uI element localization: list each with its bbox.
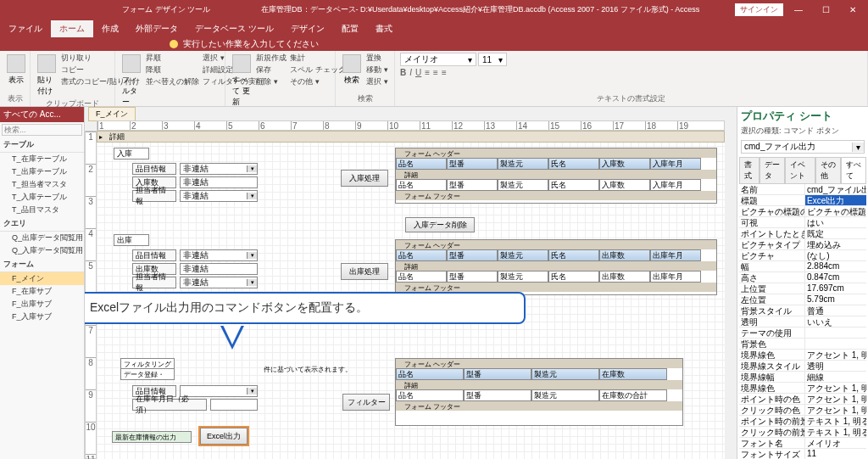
prop-row[interactable]: ポイント時の前景色テキスト 1, 明るめ 25% [739, 416, 866, 427]
combo-staff-out[interactable]: 非連結▾ [180, 277, 258, 288]
form-tab[interactable]: F_メイン [88, 107, 136, 121]
nav-item[interactable]: T_担当者マスタ [0, 178, 84, 191]
prop-tab[interactable]: その他 [815, 157, 841, 183]
ribbon-item[interactable]: 並べ替えの解除 [146, 76, 199, 87]
prop-row[interactable]: 幅2.884cm [739, 261, 866, 272]
nav-item[interactable]: F_出庫サブ [0, 298, 84, 311]
ribbon-item[interactable]: 削除 ▾ [256, 76, 287, 87]
detail-section-header[interactable]: 詳細 [97, 131, 725, 143]
btn-inbound-del[interactable]: 入庫データ削除 [405, 217, 475, 232]
tab-2[interactable]: 作成 [93, 20, 127, 37]
prop-row[interactable]: フォントサイズ11 [739, 449, 866, 459]
ribbon-item[interactable]: 新規作成 [256, 53, 287, 64]
tab-5[interactable]: デザイン [282, 20, 333, 37]
nav-group[interactable]: テーブル [0, 137, 84, 153]
underline-button[interactable]: U [415, 68, 421, 77]
combo-staff-in[interactable]: 非連結▾ [180, 190, 258, 202]
nav-item[interactable]: T_出庫テーブル [0, 165, 84, 178]
btn-inbound-proc[interactable]: 入庫処理 [341, 170, 388, 187]
subform-inbound[interactable]: フォーム ヘッダー 品名型番製造元氏名入庫数入庫年月 詳細 品名型番製造元氏名入… [395, 148, 717, 204]
ribbon-item[interactable]: 昇順 [146, 53, 199, 64]
prop-row[interactable]: 上位置17.697cm [739, 283, 866, 294]
prop-row[interactable]: ピクチャ(なし) [739, 250, 866, 261]
align-left-button[interactable]: ≡ [425, 68, 430, 77]
nav-item[interactable]: T_品目マスタ [0, 204, 84, 216]
signin-button[interactable]: サインイン [735, 3, 783, 16]
font-select[interactable]: メイリオ▾ [400, 53, 476, 66]
prop-row[interactable]: 高さ0.847cm [739, 272, 866, 283]
prop-row[interactable]: 透明いいえ [739, 316, 866, 327]
tab-0[interactable]: ファイル [0, 20, 51, 37]
ribbon-item[interactable]: 保存 [256, 64, 287, 76]
prop-row[interactable]: 可視はい [739, 217, 866, 228]
tab-4[interactable]: データベース ツール [186, 20, 282, 37]
btn-filter[interactable]: フィルター [342, 394, 390, 411]
nav-item[interactable]: F_メイン [0, 272, 84, 285]
prop-row[interactable]: ポイントしたときのカーソル既定 [739, 228, 866, 239]
prop-tab[interactable]: すべて [841, 157, 866, 183]
maximize-button[interactable]: ☐ [814, 5, 837, 14]
nav-item[interactable]: T_在庫テーブル [0, 153, 84, 165]
tab-7[interactable]: 書式 [367, 20, 401, 37]
btn-excel-output[interactable]: Excel出力 [200, 428, 248, 445]
subform-outbound[interactable]: フォーム ヘッダー 品名型番製造元氏名出庫数出庫年月 詳細 品名型番製造元氏名出… [395, 239, 717, 295]
nav-item[interactable]: T_入庫テーブル [0, 191, 84, 204]
nav-item[interactable]: Q_入庫データ閲覧用 [0, 244, 84, 257]
tab-3[interactable]: 外部データ [127, 20, 186, 37]
field-qty-in[interactable]: 非連結 [180, 176, 258, 188]
subform-stock[interactable]: フォーム ヘッダー 品名型番製造元在庫数 詳細 品名型番製造元在庫数の合計 フォ… [395, 358, 683, 426]
minimize-button[interactable]: — [787, 5, 810, 14]
prop-row[interactable]: 名前cmd_ファイル出力 [739, 184, 866, 195]
nav-search[interactable]: 検索... [2, 124, 82, 136]
ribbon-item[interactable]: 置換 [366, 53, 388, 64]
ribbon-item[interactable]: 降順 [146, 64, 199, 76]
align-center-button[interactable]: ≡ [433, 68, 438, 77]
btn-outbound-proc[interactable]: 出庫処理 [341, 263, 388, 280]
field-qty-out[interactable]: 非連結 [180, 263, 258, 275]
prop-row[interactable]: ピクチャの標題の配置ピクチャの標題なし [739, 206, 866, 217]
prop-tab[interactable]: 書式 [739, 157, 760, 183]
view-button[interactable]: 表示 [5, 53, 27, 87]
nav-group[interactable]: フォーム [0, 257, 84, 272]
prop-row[interactable]: 背景スタイル普通 [739, 305, 866, 316]
close-button[interactable]: ✕ [841, 5, 865, 14]
nav-item[interactable]: F_在庫サブ [0, 285, 84, 298]
tellme-bar[interactable]: 実行したい作業を入力してください [0, 37, 868, 51]
nav-item[interactable]: Q_出庫データ閲覧用 [0, 232, 84, 244]
prop-row[interactable]: クリック時の前景色テキスト 1, 明るめ 25% [739, 427, 866, 438]
nav-head[interactable]: すべての Acc... [0, 107, 84, 122]
tab-1[interactable]: ホーム [51, 20, 93, 37]
prop-row[interactable]: 境界線幅細線 [739, 372, 866, 383]
refresh-button[interactable]: すべて 更新 [231, 53, 253, 109]
find-button[interactable]: 検索 [341, 53, 363, 87]
tab-6[interactable]: 配置 [333, 20, 367, 37]
col-cell: 型番 [447, 271, 498, 283]
italic-button[interactable]: I [409, 68, 412, 77]
prop-row[interactable]: 境界線色アクセント 1, 明るめ 4 [739, 383, 866, 394]
bold-button[interactable]: B [400, 68, 406, 77]
prop-row[interactable]: 背景色 [739, 339, 866, 350]
filter-button[interactable]: フィルター [120, 53, 142, 109]
prop-row[interactable]: 境界線色アクセント 1, 明るめ 4 [739, 350, 866, 361]
combo-item-out[interactable]: 非連結▾ [180, 249, 258, 261]
prop-tab[interactable]: データ [760, 157, 785, 183]
prop-row[interactable]: 境界線スタイル透明 [739, 361, 866, 372]
prop-row[interactable]: ピクチャタイプ埋め込み [739, 239, 866, 250]
fontsize-select[interactable]: 11▾ [478, 53, 507, 66]
prop-selector[interactable]: cmd_ファイル出力▾ [741, 140, 865, 154]
prop-row[interactable]: 標題Excel出力 [739, 195, 866, 206]
paste-button[interactable]: 貼り付け [36, 53, 58, 98]
prop-row[interactable]: 左位置5.79cm [739, 294, 866, 305]
combo-item-in[interactable]: 非連結▾ [180, 163, 258, 175]
prop-row[interactable]: クリック時の色アクセント 1, 明るめ 25% [739, 405, 866, 416]
nav-item[interactable]: F_入庫サブ [0, 311, 84, 323]
prop-row[interactable]: テーマの使用 [739, 327, 866, 339]
nav-group[interactable]: クエリ [0, 216, 84, 232]
prop-row[interactable]: ポイント時の色アクセント 1, 明るめ 4 [739, 394, 866, 405]
align-right-button[interactable]: ≡ [442, 68, 447, 77]
prop-row[interactable]: フォント名メイリオ [739, 438, 866, 449]
ribbon-item[interactable]: 移動 ▾ [366, 64, 388, 76]
ribbon-item[interactable]: 選択 ▾ [366, 76, 388, 87]
prop-tab[interactable]: イベント [785, 157, 815, 183]
field-date-f[interactable] [210, 399, 258, 411]
